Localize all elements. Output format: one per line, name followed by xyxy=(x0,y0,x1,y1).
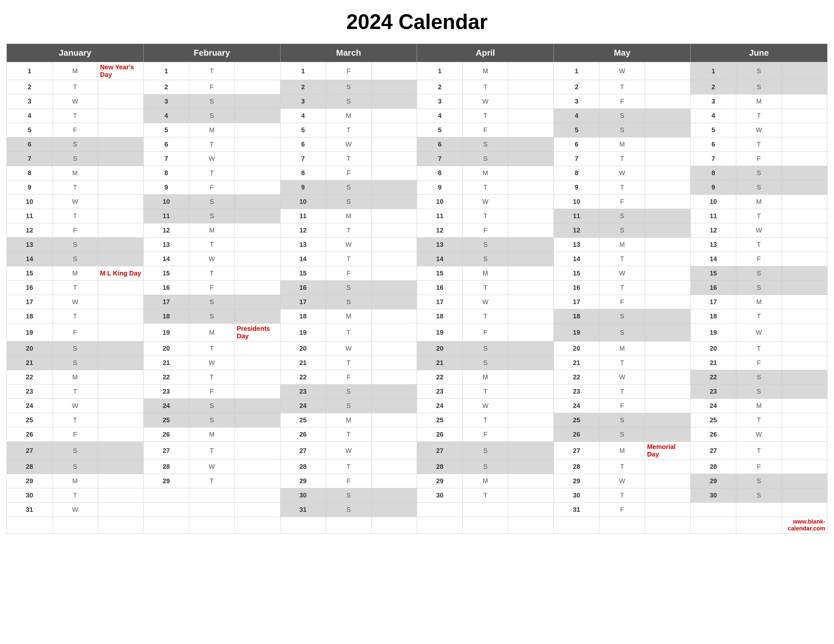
table-row: 10W10S10S10W10F10M xyxy=(7,195,828,209)
day-number: 17 xyxy=(280,295,326,309)
table-row: 23T23F23S23T23T23S xyxy=(7,384,828,399)
day-letter: W xyxy=(600,166,645,180)
day-letter: S xyxy=(52,342,98,356)
day-letter: T xyxy=(736,109,782,123)
holiday-cell xyxy=(372,223,417,238)
day-number: 6 xyxy=(691,137,736,152)
table-row: 28S28W28T28S28T28F xyxy=(7,460,828,474)
holiday-cell xyxy=(645,428,691,442)
day-number: 24 xyxy=(554,399,600,413)
day-letter: W xyxy=(189,152,234,166)
holiday-cell xyxy=(372,238,417,252)
holiday-cell xyxy=(372,266,417,281)
holiday-cell xyxy=(782,62,827,80)
day-letter: S xyxy=(326,180,372,195)
holiday-cell xyxy=(372,413,417,428)
day-letter: S xyxy=(736,266,782,281)
day-number: 27 xyxy=(417,442,462,460)
holiday-cell xyxy=(98,238,143,252)
day-letter: M xyxy=(600,342,645,356)
holiday-cell xyxy=(372,474,417,488)
day-number: 27 xyxy=(143,442,189,460)
holiday-cell xyxy=(645,488,691,503)
day-number: 7 xyxy=(691,152,736,166)
day-letter: F xyxy=(462,223,508,238)
holiday-cell xyxy=(98,109,143,123)
day-number: 8 xyxy=(143,166,189,180)
day-number: 28 xyxy=(280,460,326,474)
holiday-cell xyxy=(782,166,827,180)
holiday-cell xyxy=(508,252,554,266)
day-number: 25 xyxy=(280,413,326,428)
holiday-cell xyxy=(234,123,280,137)
holiday-cell xyxy=(782,474,827,488)
day-number: 20 xyxy=(143,342,189,356)
holiday-cell xyxy=(98,295,143,309)
day-letter: M xyxy=(736,399,782,413)
day-number: 5 xyxy=(143,123,189,137)
table-row: 30T30S30T30T30S xyxy=(7,488,828,503)
day-number: 16 xyxy=(7,281,52,295)
day-number xyxy=(691,503,736,517)
day-letter: S xyxy=(736,370,782,384)
day-number: 1 xyxy=(554,62,600,80)
day-number: 1 xyxy=(280,62,326,80)
day-letter: S xyxy=(600,123,645,137)
day-letter: S xyxy=(600,428,645,442)
day-number: 19 xyxy=(143,324,189,342)
holiday-cell xyxy=(234,281,280,295)
day-number: 19 xyxy=(554,324,600,342)
day-number: 27 xyxy=(7,442,52,460)
day-number: 25 xyxy=(554,413,600,428)
day-number: 15 xyxy=(691,266,736,281)
day-number: 24 xyxy=(417,399,462,413)
holiday-cell xyxy=(98,413,143,428)
holiday-cell xyxy=(234,209,280,223)
day-letter: T xyxy=(189,238,234,252)
holiday-cell xyxy=(645,238,691,252)
day-letter: T xyxy=(52,80,98,94)
day-number: 19 xyxy=(417,324,462,342)
day-letter: F xyxy=(736,356,782,370)
holiday-cell xyxy=(508,166,554,180)
day-number: 11 xyxy=(417,209,462,223)
day-letter: S xyxy=(189,309,234,324)
holiday-cell xyxy=(372,252,417,266)
holiday-cell xyxy=(372,428,417,442)
day-number: 3 xyxy=(7,94,52,109)
day-letter: M xyxy=(326,109,372,123)
day-letter: F xyxy=(600,195,645,209)
day-letter: M xyxy=(462,266,508,281)
day-letter: T xyxy=(600,80,645,94)
day-letter: W xyxy=(52,399,98,413)
holiday-cell xyxy=(508,137,554,152)
holiday-cell xyxy=(645,474,691,488)
month-header-may: May xyxy=(554,44,691,62)
day-number: 9 xyxy=(280,180,326,195)
day-letter: M xyxy=(462,370,508,384)
day-number: 3 xyxy=(554,94,600,109)
holiday-cell xyxy=(98,356,143,370)
day-letter: T xyxy=(600,281,645,295)
footer-link[interactable]: www.blank-calendar.com xyxy=(782,517,827,534)
holiday-cell: New Year's Day xyxy=(98,62,143,80)
holiday-cell xyxy=(508,488,554,503)
day-number: 31 xyxy=(280,503,326,517)
day-letter: T xyxy=(600,460,645,474)
day-letter: W xyxy=(189,252,234,266)
day-letter: S xyxy=(462,238,508,252)
day-number: 25 xyxy=(417,413,462,428)
holiday-cell xyxy=(98,281,143,295)
holiday-cell xyxy=(372,180,417,195)
holiday-cell xyxy=(234,80,280,94)
holiday-cell xyxy=(98,94,143,109)
day-letter: S xyxy=(462,152,508,166)
holiday-cell xyxy=(98,80,143,94)
day-letter: W xyxy=(600,370,645,384)
holiday-cell xyxy=(234,399,280,413)
holiday-cell xyxy=(234,62,280,80)
holiday-cell xyxy=(645,252,691,266)
day-number: 10 xyxy=(143,195,189,209)
holiday-cell xyxy=(645,123,691,137)
table-row: 25T25S25M25T25S25T xyxy=(7,413,828,428)
